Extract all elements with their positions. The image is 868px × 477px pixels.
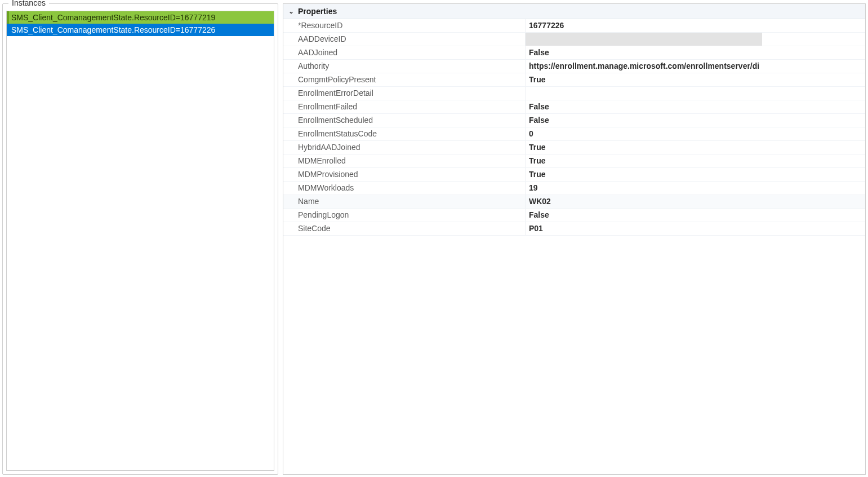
app-root: Instances SMS_Client_ComanagementState.R… [0, 0, 868, 477]
property-value: P01 [526, 222, 865, 235]
property-row[interactable]: Name WK02 [283, 195, 865, 209]
property-value: True [526, 73, 865, 86]
property-value: False [526, 209, 865, 222]
property-value: False [526, 46, 865, 59]
property-value: https://enrollment.manage.microsoft.com/… [526, 60, 865, 73]
property-row[interactable]: *ResourceID 16777226 [283, 19, 865, 33]
property-name: MDMEnrolled [283, 154, 526, 167]
property-value: True [526, 141, 865, 154]
property-row[interactable]: EnrollmentStatusCode 0 [283, 127, 865, 141]
property-value-redacted [526, 33, 865, 46]
properties-section-title: Properties [298, 7, 337, 16]
property-name: ComgmtPolicyPresent [283, 73, 526, 86]
property-row[interactable]: MDMProvisioned True [283, 168, 865, 182]
instances-title: Instances [8, 0, 49, 7]
property-name: AADJoined [283, 46, 526, 59]
chevron-down-icon: ⌄ [287, 7, 296, 15]
property-row[interactable]: SiteCode P01 [283, 222, 865, 236]
property-name: EnrollmentScheduled [283, 114, 526, 127]
property-name: MDMProvisioned [283, 168, 526, 181]
properties-panel: ⌄ Properties *ResourceID 16777226 AADDev… [283, 3, 866, 475]
property-name: SiteCode [283, 222, 526, 235]
property-row[interactable]: MDMEnrolled True [283, 154, 865, 168]
property-row[interactable]: PendingLogon False [283, 209, 865, 222]
property-name: Authority [283, 60, 526, 73]
properties-section-header[interactable]: ⌄ Properties [283, 4, 865, 19]
property-value: True [526, 154, 865, 167]
property-row[interactable]: Authority https://enrollment.manage.micr… [283, 60, 865, 73]
property-name: Name [283, 195, 526, 208]
property-row[interactable]: ComgmtPolicyPresent True [283, 73, 865, 87]
instances-panel: Instances SMS_Client_ComanagementState.R… [2, 3, 278, 475]
property-value: False [526, 114, 865, 127]
instances-groupbox: Instances SMS_Client_ComanagementState.R… [2, 3, 278, 475]
property-row[interactable]: EnrollmentFailed False [283, 100, 865, 114]
property-value: WK02 [526, 195, 865, 208]
instance-item[interactable]: SMS_Client_ComanagementState.ResourceID=… [7, 24, 274, 36]
property-value: 0 [526, 127, 865, 140]
property-value: 19 [526, 182, 865, 195]
property-row[interactable]: AADJoined False [283, 46, 865, 60]
property-name: *ResourceID [283, 19, 526, 32]
property-value: 16777226 [526, 19, 865, 32]
property-name: EnrollmentErrorDetail [283, 87, 526, 100]
property-row[interactable]: EnrollmentScheduled False [283, 114, 865, 127]
property-name: MDMWorkloads [283, 182, 526, 195]
property-row[interactable]: MDMWorkloads 19 [283, 182, 865, 195]
property-row[interactable]: EnrollmentErrorDetail [283, 87, 865, 100]
property-value: False [526, 100, 865, 113]
property-value: True [526, 168, 865, 181]
property-name: EnrollmentFailed [283, 100, 526, 113]
instance-item[interactable]: SMS_Client_ComanagementState.ResourceID=… [7, 11, 274, 24]
property-name: EnrollmentStatusCode [283, 127, 526, 140]
property-name: HybridAADJoined [283, 141, 526, 154]
instances-list[interactable]: SMS_Client_ComanagementState.ResourceID=… [6, 11, 274, 471]
property-value [526, 87, 865, 100]
property-row[interactable]: AADDeviceID [283, 33, 865, 46]
redacted-block [526, 33, 762, 46]
property-row[interactable]: HybridAADJoined True [283, 141, 865, 154]
property-name: AADDeviceID [283, 33, 526, 46]
property-grid[interactable]: ⌄ Properties *ResourceID 16777226 AADDev… [283, 4, 865, 474]
property-name: PendingLogon [283, 209, 526, 222]
